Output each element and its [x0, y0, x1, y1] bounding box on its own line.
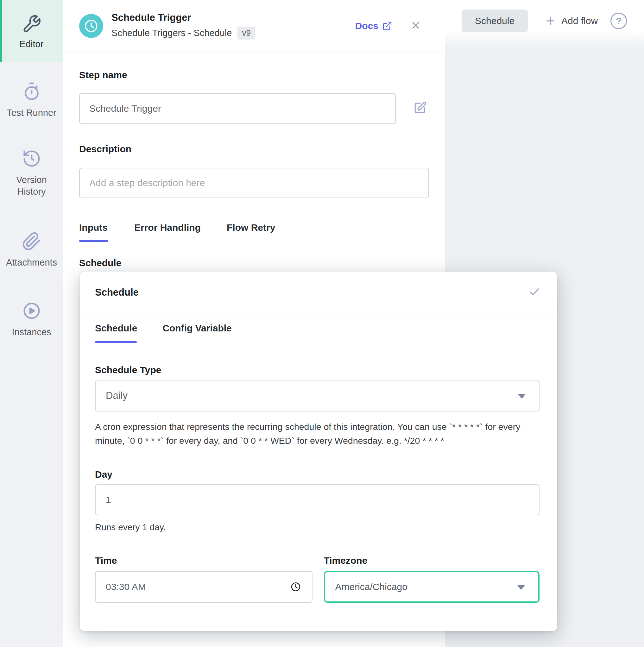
flow-bar: Schedule Add flow ? — [445, 0, 644, 32]
cron-help-text: A cron expression that represents the re… — [95, 420, 538, 448]
day-help-text: Runs every 1 day. — [95, 522, 540, 532]
popover-tabs: Schedule Config Variable — [95, 323, 540, 343]
history-icon — [22, 149, 42, 168]
chevron-down-icon — [518, 394, 525, 399]
version-badge: v9 — [237, 26, 255, 40]
sidebar-item-version-history[interactable]: Version History — [0, 149, 63, 197]
wrench-icon — [22, 14, 42, 34]
step-name-input[interactable]: Schedule Trigger — [79, 93, 396, 124]
external-link-icon — [382, 21, 392, 31]
step-name-value: Schedule Trigger — [89, 103, 161, 114]
flow-tab-schedule[interactable]: Schedule — [461, 9, 528, 32]
popover-title: Schedule — [95, 287, 139, 298]
timezone-select[interactable]: America/Chicago — [324, 571, 540, 603]
tab-inputs[interactable]: Inputs — [79, 222, 108, 242]
step-name-label: Step name — [79, 70, 445, 80]
app-root: Editor Test Runner Version History Attac… — [0, 0, 644, 647]
tab-label: Flow Retry — [227, 222, 275, 233]
clock-trigger-icon — [79, 14, 103, 38]
sidebar-item-attachments[interactable]: Attachments — [0, 231, 63, 268]
panel-header: Schedule Trigger Schedule Triggers - Sch… — [63, 0, 445, 52]
docs-link[interactable]: Docs — [355, 20, 392, 31]
header-titles: Schedule Trigger Schedule Triggers - Sch… — [112, 12, 355, 40]
edit-icon[interactable] — [414, 101, 427, 116]
active-tab-underline — [79, 240, 108, 242]
popover-header: Schedule — [80, 272, 557, 313]
time-value: 03:30 AM — [106, 581, 146, 592]
sidebar-item-label: Test Runner — [5, 107, 59, 119]
time-timezone-row: Time 03:30 AM Timezone America/Chicago — [95, 555, 540, 603]
timezone-label: Timezone — [324, 555, 540, 566]
schedule-section-label: Schedule — [79, 258, 445, 269]
paperclip-icon — [22, 231, 42, 251]
time-input[interactable]: 03:30 AM — [95, 571, 312, 603]
tab-config-variable[interactable]: Config Variable — [162, 323, 231, 343]
schedule-popover: Schedule Schedule Config Variable Schedu… — [80, 272, 557, 631]
plus-icon — [544, 15, 556, 27]
add-flow-label: Add flow — [561, 15, 598, 26]
tab-label: Config Variable — [162, 323, 231, 333]
tab-label: Schedule — [95, 323, 137, 333]
play-circle-icon — [22, 301, 42, 320]
close-icon[interactable] — [410, 20, 421, 32]
confirm-check-icon[interactable] — [528, 286, 541, 299]
tab-label: Inputs — [79, 222, 108, 233]
config-tabs: Inputs Error Handling Flow Retry — [79, 222, 445, 242]
active-tab-underline — [95, 341, 137, 343]
panel-body: Step name Schedule Trigger Description A… — [63, 52, 445, 269]
chevron-down-icon — [517, 585, 525, 590]
sidebar-item-label: Version History — [5, 174, 59, 197]
tab-label: Error Handling — [134, 222, 201, 233]
day-value: 1 — [106, 494, 111, 505]
day-input[interactable]: 1 — [95, 484, 540, 515]
sidebar-item-label: Attachments — [5, 257, 59, 268]
stopwatch-icon — [22, 82, 42, 101]
schedule-type-value: Daily — [106, 390, 128, 402]
timezone-value: America/Chicago — [335, 581, 408, 592]
sidebar-item-test-runner[interactable]: Test Runner — [0, 82, 63, 119]
time-label: Time — [95, 555, 312, 566]
schedule-type-label: Schedule Type — [95, 365, 540, 375]
sidebar: Editor Test Runner Version History Attac… — [0, 0, 63, 647]
description-placeholder: Add a step description here — [89, 177, 205, 188]
description-input[interactable]: Add a step description here — [79, 168, 429, 198]
popover-content: Schedule Config Variable Schedule Type D… — [80, 313, 557, 603]
schedule-type-select[interactable]: Daily — [95, 380, 540, 412]
question-mark: ? — [616, 16, 622, 26]
sidebar-item-label: Editor — [5, 38, 59, 50]
tab-error-handling[interactable]: Error Handling — [134, 222, 201, 242]
tab-schedule[interactable]: Schedule — [95, 323, 137, 343]
clock-icon — [290, 581, 301, 592]
sidebar-item-instances[interactable]: Instances — [0, 301, 63, 338]
component-subtitle: Schedule Triggers - Schedule — [112, 28, 232, 38]
add-flow-button[interactable]: Add flow — [544, 15, 598, 27]
active-indicator — [0, 0, 2, 62]
docs-label: Docs — [355, 20, 378, 31]
header-actions: Docs — [355, 20, 421, 32]
tab-flow-retry[interactable]: Flow Retry — [227, 222, 275, 242]
sidebar-item-label: Instances — [5, 327, 59, 338]
page-title: Schedule Trigger — [112, 12, 355, 23]
sidebar-item-editor[interactable]: Editor — [0, 0, 63, 62]
description-label: Description — [79, 144, 445, 154]
help-icon[interactable]: ? — [611, 13, 627, 29]
day-label: Day — [95, 469, 540, 480]
